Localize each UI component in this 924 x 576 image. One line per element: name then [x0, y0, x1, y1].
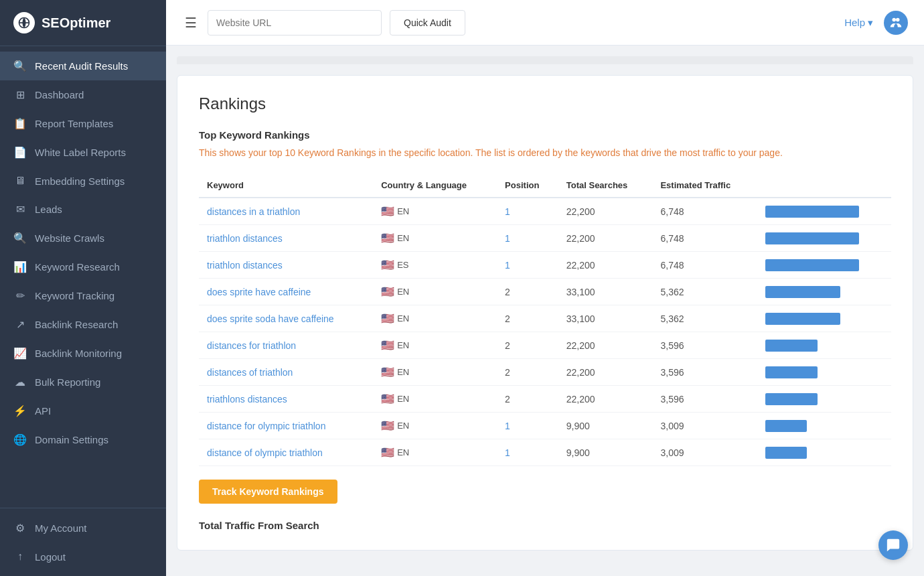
sidebar-item-bulk-reporting[interactable]: ☁ Bulk Reporting — [0, 368, 166, 397]
keyword-link[interactable]: distance for olympic triathlon — [207, 421, 325, 431]
chat-bubble[interactable] — [878, 530, 908, 560]
language-label: EN — [397, 313, 409, 323]
bar-container — [765, 232, 883, 244]
position-cell: 1 — [497, 198, 558, 225]
sidebar-item-leads[interactable]: ✉ Leads — [0, 195, 166, 224]
page-body: Rankings Top Keyword Rankings This shows… — [166, 46, 924, 576]
keyword-cell: triathlon distances — [199, 252, 373, 279]
logo-text: SEOptimer — [42, 15, 110, 31]
traffic-bar — [765, 313, 840, 325]
table-row: distance for olympic triathlon 🇺🇸 EN 1 9… — [199, 413, 891, 439]
help-button[interactable]: Help ▾ — [844, 17, 873, 29]
flag-icon: 🇺🇸 — [381, 205, 394, 218]
flag-icon: 🇺🇸 — [381, 259, 394, 271]
svg-point-3 — [896, 17, 900, 21]
country-cell: 🇺🇸 EN — [373, 305, 497, 332]
sidebar-item-label: Leads — [35, 204, 62, 215]
position-link[interactable]: 1 — [505, 260, 510, 271]
user-avatar[interactable] — [884, 11, 908, 35]
position-cell: 1 — [497, 225, 558, 252]
sidebar-item-recent-audit[interactable]: 🔍 Recent Audit Results — [0, 52, 166, 80]
flag-icon: 🇺🇸 — [381, 232, 394, 244]
traffic-bar — [765, 366, 818, 378]
country-cell: 🇺🇸 EN — [373, 386, 497, 413]
bar-container — [765, 340, 883, 352]
keyword-link[interactable]: does sprite have caffeine — [207, 287, 311, 297]
traffic-bar — [765, 206, 859, 218]
bar-cell — [757, 225, 891, 252]
bar-cell — [757, 439, 891, 466]
country-cell: 🇺🇸 EN — [373, 198, 497, 225]
sidebar-item-website-crawls[interactable]: 🔍 Website Crawls — [0, 224, 166, 253]
bar-cell — [757, 305, 891, 332]
white-label-icon: 📄 — [13, 146, 27, 159]
sidebar-item-embedding[interactable]: 🖥 Embedding Settings — [0, 167, 166, 195]
traffic-cell: 5,362 — [652, 305, 757, 332]
top-gray-bar — [177, 56, 913, 64]
section-title: Top Keyword Rankings — [199, 129, 891, 141]
sidebar-item-domain-settings[interactable]: 🌐 Domain Settings — [0, 425, 166, 454]
hamburger-button[interactable]: ☰ — [182, 12, 200, 33]
language-label: EN — [397, 206, 409, 216]
bar-container — [765, 206, 883, 218]
flag-icon: 🇺🇸 — [381, 366, 394, 378]
keyword-link[interactable]: distances of triathlon — [207, 367, 293, 378]
sidebar-bottom: ⚙ My Account ↑ Logout — [0, 508, 166, 576]
sidebar-item-dashboard[interactable]: ⊞ Dashboard — [0, 80, 166, 109]
sidebar-item-keyword-research[interactable]: 📊 Keyword Research — [0, 253, 166, 281]
sidebar-item-my-account[interactable]: ⚙ My Account — [0, 514, 166, 543]
country-cell: 🇺🇸 EN — [373, 439, 497, 466]
kw-research-icon: 📊 — [13, 261, 27, 273]
sidebar-item-backlink-research[interactable]: ↗ Backlink Research — [0, 310, 166, 339]
position-link[interactable]: 1 — [505, 233, 510, 244]
position-link[interactable]: 1 — [505, 447, 510, 458]
keyword-link[interactable]: triathlon distances — [207, 260, 283, 271]
sidebar-item-backlink-monitoring[interactable]: 📈 Backlink Monitoring — [0, 339, 166, 368]
keyword-cell: distances of triathlon — [199, 359, 373, 386]
sidebar-item-api[interactable]: ⚡ API — [0, 397, 166, 425]
sidebar-item-label: White Label Reports — [35, 147, 126, 158]
traffic-bar — [765, 286, 840, 298]
language-label: ES — [397, 260, 408, 270]
col-keyword: Keyword — [199, 173, 373, 198]
embedding-icon: 🖥 — [13, 175, 27, 187]
logo-area: SEOptimer — [0, 0, 166, 46]
searches-cell: 22,200 — [558, 225, 653, 252]
track-keyword-button[interactable]: Track Keyword Rankings — [199, 480, 337, 504]
sidebar-item-label: Bulk Reporting — [35, 376, 100, 388]
keyword-link[interactable]: triathlon distances — [207, 233, 283, 244]
logout-icon: ↑ — [13, 551, 27, 563]
traffic-bar — [765, 340, 818, 352]
keyword-link[interactable]: distances in a triathlon — [207, 206, 300, 217]
traffic-cell: 3,596 — [652, 332, 757, 359]
keyword-link[interactable]: distances for triathlon — [207, 340, 296, 351]
help-chevron-icon: ▾ — [868, 17, 873, 29]
keyword-link[interactable]: does sprite soda have caffeine — [207, 313, 334, 324]
sidebar-item-label: Domain Settings — [35, 434, 108, 445]
sidebar-item-white-label[interactable]: 📄 White Label Reports — [0, 138, 166, 167]
backlink-monitoring-icon: 📈 — [13, 347, 27, 360]
keyword-link[interactable]: triathlons distances — [207, 394, 287, 405]
quick-audit-button[interactable]: Quick Audit — [390, 10, 465, 35]
url-input[interactable] — [208, 10, 382, 35]
bar-cell — [757, 252, 891, 279]
searches-cell: 22,200 — [558, 386, 653, 413]
searches-cell: 9,900 — [558, 439, 653, 466]
sidebar-item-keyword-tracking[interactable]: ✏ Keyword Tracking — [0, 281, 166, 310]
table-row: distances of triathlon 🇺🇸 EN 2 22,200 3,… — [199, 359, 891, 386]
traffic-cell: 6,748 — [652, 225, 757, 252]
table-row: does sprite have caffeine 🇺🇸 EN 2 33,100… — [199, 279, 891, 305]
searches-cell: 9,900 — [558, 413, 653, 439]
position-link[interactable]: 1 — [505, 206, 510, 217]
sidebar-item-report-templates[interactable]: 📋 Report Templates — [0, 109, 166, 138]
position-link[interactable]: 1 — [505, 421, 510, 431]
keyword-link[interactable]: distance of olympic triathlon — [207, 447, 323, 458]
account-icon: ⚙ — [13, 522, 27, 534]
sidebar-item-label: Backlink Research — [35, 319, 118, 330]
sidebar-item-label: Backlink Monitoring — [35, 348, 122, 359]
sidebar-item-logout[interactable]: ↑ Logout — [0, 543, 166, 571]
traffic-cell: 6,748 — [652, 252, 757, 279]
keyword-cell: does sprite have caffeine — [199, 279, 373, 305]
table-row: distances for triathlon 🇺🇸 EN 2 22,200 3… — [199, 332, 891, 359]
flag-icon: 🇺🇸 — [381, 419, 394, 432]
